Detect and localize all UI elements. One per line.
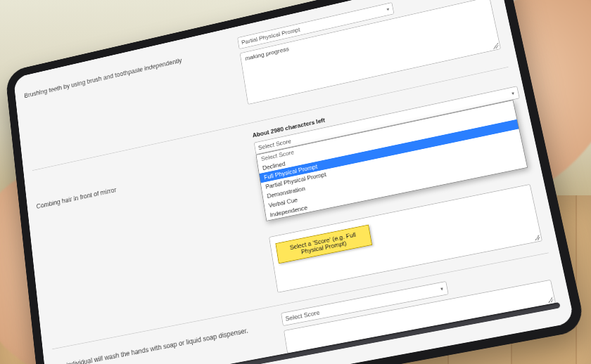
resize-handle-icon[interactable]: [533, 234, 540, 240]
form-grid: Brushing teeth by using brush and toothp…: [23, 0, 556, 364]
resize-handle-icon[interactable]: [493, 43, 499, 49]
score-select-value: Select Score: [285, 309, 320, 323]
tablet-frame: Brushing teeth by using brush and toothp…: [5, 0, 586, 364]
chevron-down-icon: ▾: [511, 91, 516, 96]
chevron-down-icon: ▾: [386, 6, 390, 12]
tablet-screen: Brushing teeth by using brush and toothp…: [13, 0, 575, 364]
chevron-down-icon: ▾: [440, 286, 445, 292]
app-viewport: Brushing teeth by using brush and toothp…: [13, 0, 575, 364]
notes-text: making progress: [245, 46, 290, 61]
